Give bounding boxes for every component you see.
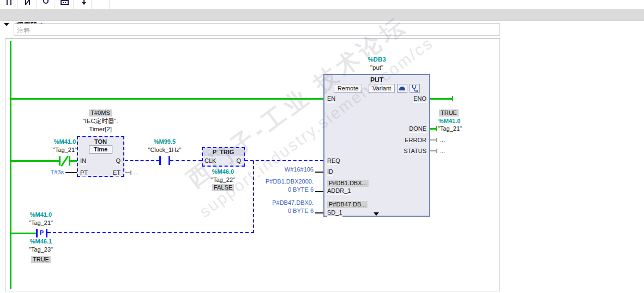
- ton-et-value[interactable]: ...: [134, 169, 139, 176]
- put-db-name[interactable]: "put": [323, 64, 430, 71]
- no-contact-icon: [7, 0, 8, 5]
- empty-box-icon: [65, 2, 66, 3]
- put-mode-row: Remote - Variant: [324, 84, 429, 93]
- put-id-value[interactable]: W#16#106: [252, 166, 314, 173]
- wire-rung1: [10, 98, 323, 100]
- favorites-toolbar: [0, 0, 644, 9]
- nc-contact-address[interactable]: %M41.0: [49, 138, 81, 145]
- wire-done-end: [436, 126, 437, 131]
- empty-box-button[interactable]: [56, 0, 74, 9]
- ton-pt-value[interactable]: T#3s: [37, 169, 64, 176]
- wire-et-end: [130, 170, 131, 175]
- ton-pin-q[interactable]: Q: [116, 157, 121, 165]
- wire-eno-end: [452, 96, 453, 101]
- clock-contact-bar[interactable]: [159, 156, 161, 165]
- ptrig-monitor-value: FALSE: [207, 184, 239, 191]
- put-mode-remote-dropdown[interactable]: Remote: [334, 84, 363, 93]
- comment-placeholder: 注释: [17, 26, 30, 35]
- put-mode-variant-dropdown[interactable]: Variant: [369, 84, 395, 93]
- wire-ptrig-to-req: [245, 160, 323, 161]
- lad-editor: 程序段 1 : ..... 注释 %M41.0 "Tag_21" T#0MS "…: [0, 0, 644, 293]
- nc-contact-button[interactable]: [19, 0, 37, 9]
- ptrig-title: P_TRIG: [203, 148, 244, 156]
- wire-id: [315, 172, 323, 173]
- put-sd1-monitor: P#DB47.DB...: [327, 201, 368, 208]
- p-contact-symbol[interactable]: P: [38, 229, 46, 236]
- p-contact-monitor-value: TRUE: [25, 256, 57, 263]
- ton-instance-line2[interactable]: Timer[2]: [68, 126, 133, 133]
- network-comment-field[interactable]: 注释: [14, 23, 500, 36]
- clock-contact-tag[interactable]: "Clock_1Hz": [144, 146, 185, 154]
- wire-q-to-clock: [125, 160, 159, 161]
- wire-error-end: [436, 138, 437, 142]
- power-rail: [10, 41, 11, 289]
- wire-rung3: [10, 233, 36, 234]
- put-db-address[interactable]: %DB3: [323, 56, 430, 63]
- wire-rung2-a: [10, 160, 59, 162]
- block-dome-icon: [399, 87, 405, 90]
- expand-pins-icon[interactable]: [374, 212, 379, 216]
- wire-status-end: [436, 149, 437, 153]
- ton-instance-line1[interactable]: "IEC定时器".: [68, 118, 133, 125]
- no-contact-button[interactable]: [0, 0, 18, 9]
- nc-contact-bar[interactable]: [69, 156, 70, 166]
- wire-sd1: [315, 212, 323, 213]
- stethoscope-icon: [411, 84, 418, 92]
- error-value[interactable]: ...: [440, 136, 445, 143]
- open-branch-button[interactable]: [74, 0, 92, 9]
- put-pin-sd1[interactable]: SD_1: [327, 209, 342, 217]
- status-value[interactable]: ...: [440, 147, 445, 154]
- open-block-button[interactable]: [397, 84, 407, 93]
- diagnostics-button[interactable]: [410, 84, 420, 93]
- put-pin-id[interactable]: ID: [327, 168, 333, 176]
- p-contact-bar[interactable]: [46, 229, 47, 237]
- put-pin-done[interactable]: DONE: [409, 125, 426, 133]
- coil-button[interactable]: [37, 0, 55, 9]
- done-operand-tag[interactable]: "Tag_21": [438, 125, 462, 132]
- p-contact-below-address[interactable]: %M46.1: [25, 238, 57, 245]
- put-pin-eno[interactable]: ENO: [413, 95, 426, 103]
- network-header[interactable]: 程序段 1 : .....: [0, 9, 644, 21]
- clock-contact-address[interactable]: %M99.5: [148, 138, 181, 145]
- done-monitor-value: TRUE: [439, 109, 459, 117]
- coil-icon: [43, 0, 49, 4]
- ton-pin-in[interactable]: IN: [80, 157, 86, 165]
- put-block[interactable]: PUT Remote - Variant EN ENO REQ ID P#DB1…: [323, 74, 430, 217]
- put-mode-dash: -: [364, 85, 366, 91]
- wire-clock-to-ptrig: [170, 160, 202, 161]
- p-contact-below-tag[interactable]: "Tag_23": [25, 246, 57, 253]
- empty-box-icon: [63, 2, 64, 3]
- collapse-network-icon[interactable]: [4, 23, 9, 26]
- ton-pin-et[interactable]: ET: [113, 169, 121, 177]
- nc-contact-tag[interactable]: "Tag_21": [49, 146, 81, 154]
- ton-monitor-value: T#0MS: [73, 109, 128, 117]
- put-pin-en[interactable]: EN: [327, 95, 335, 103]
- put-addr1-value-l2[interactable]: 0 BYTE 6: [240, 186, 314, 193]
- put-sd1-value-l2[interactable]: 0 BYTE 6: [240, 207, 314, 215]
- ton-pin-pt[interactable]: PT: [80, 169, 88, 177]
- ptrig-block[interactable]: P_TRIG CLK Q: [202, 147, 245, 167]
- p-contact-tag[interactable]: "Tag_21": [25, 219, 57, 227]
- done-operand-address[interactable]: %M41.0: [438, 118, 460, 125]
- no-contact-icon: [10, 0, 11, 5]
- put-pin-error[interactable]: ERROR: [405, 137, 426, 144]
- p-contact-address[interactable]: %M41.0: [25, 211, 57, 218]
- put-addr1-value-l1[interactable]: P#DB1.DBX2000.: [240, 178, 314, 185]
- wire-eno-out: [430, 98, 453, 100]
- put-addr1-monitor: P#DB1.DBX...: [327, 180, 369, 187]
- put-sd1-value-l1[interactable]: P#DB47.DBX0.: [240, 199, 314, 206]
- nc-contact-bar[interactable]: [59, 156, 61, 166]
- open-branch-icon: [82, 2, 86, 5]
- ptrig-operand-tag[interactable]: "Tag_22": [207, 176, 239, 184]
- ptrig-pin-clk[interactable]: CLK: [204, 157, 216, 165]
- ptrig-pin-q[interactable]: Q: [236, 157, 241, 165]
- put-pin-addr1[interactable]: ADDR_1: [327, 187, 351, 195]
- ton-title: TON: [78, 138, 123, 145]
- ton-type-dropdown[interactable]: Time: [89, 145, 112, 154]
- put-pin-status[interactable]: STATUS: [404, 148, 426, 155]
- ptrig-operand-address[interactable]: %M46.0: [207, 168, 239, 175]
- ton-block[interactable]: TON Time IN PT Q ET: [77, 136, 124, 177]
- put-title: PUT: [324, 76, 429, 84]
- blank-slot: [92, 0, 110, 9]
- put-pin-req[interactable]: REQ: [327, 157, 340, 165]
